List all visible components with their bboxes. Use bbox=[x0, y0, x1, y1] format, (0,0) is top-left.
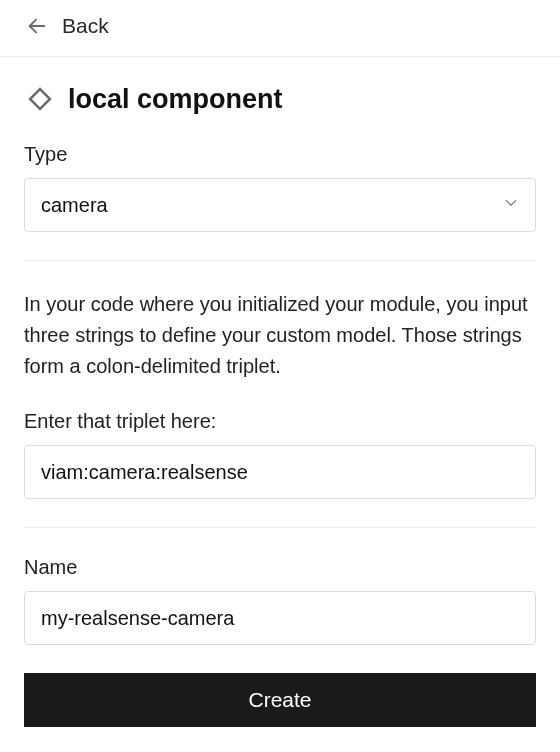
page-title: local component bbox=[68, 84, 283, 115]
divider bbox=[24, 260, 536, 261]
content: local component Type camera In your code… bbox=[0, 57, 560, 727]
triplet-section: Enter that triplet here: bbox=[24, 410, 536, 499]
name-label: Name bbox=[24, 556, 536, 579]
back-arrow-icon[interactable] bbox=[26, 15, 48, 37]
type-label: Type bbox=[24, 143, 536, 166]
diamond-icon bbox=[24, 83, 56, 115]
header-row: local component bbox=[24, 83, 536, 115]
create-button[interactable]: Create bbox=[24, 673, 536, 727]
description-text: In your code where you initialized your … bbox=[24, 289, 536, 382]
name-section: Name bbox=[24, 556, 536, 645]
svg-rect-1 bbox=[30, 89, 50, 109]
topbar: Back bbox=[0, 0, 560, 57]
triplet-prompt: Enter that triplet here: bbox=[24, 410, 536, 433]
back-label[interactable]: Back bbox=[62, 14, 109, 38]
name-input[interactable] bbox=[24, 591, 536, 645]
divider bbox=[24, 527, 536, 528]
type-select-wrap: camera bbox=[24, 178, 536, 232]
triplet-input[interactable] bbox=[24, 445, 536, 499]
type-section: Type camera bbox=[24, 143, 536, 232]
type-select[interactable]: camera bbox=[24, 178, 536, 232]
